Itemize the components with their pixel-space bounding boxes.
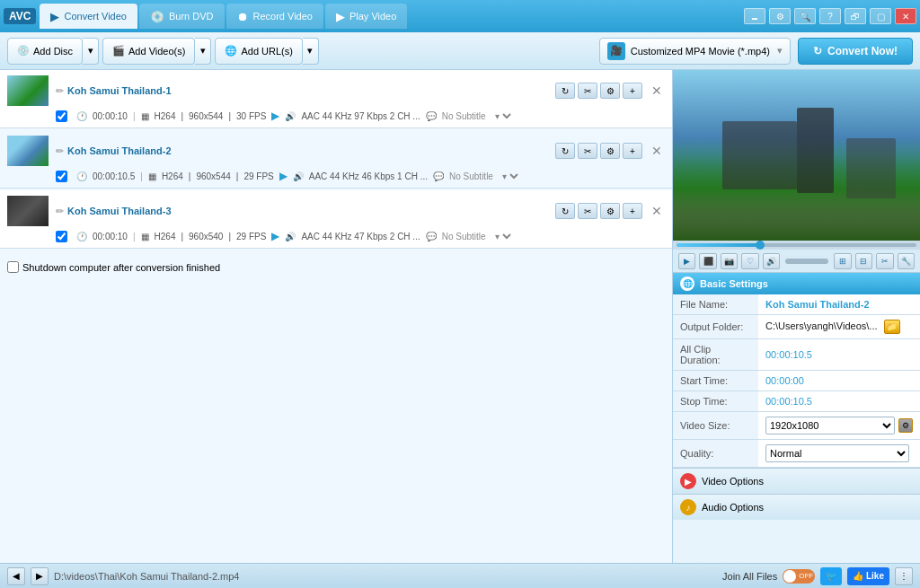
search-icon[interactable]: 🔍 [794, 8, 816, 24]
video-options-header[interactable]: ▶ Video Options [673, 469, 920, 494]
video-options-section: ▶ Video Options [673, 468, 920, 494]
minimize-button[interactable]: 🗕 [744, 8, 765, 24]
edit-icon[interactable]: ✏ [56, 145, 64, 157]
status-bar: ◀ ▶ D:\videos\Thai\Koh Samui Thailand-2.… [0, 563, 920, 588]
video-options-label: Video Options [702, 476, 764, 487]
file-fps: 29 FPS [236, 232, 266, 241]
progress-track[interactable] [677, 243, 916, 247]
file-refresh-button[interactable]: ↻ [555, 83, 575, 99]
file-add-button[interactable]: + [623, 143, 642, 159]
file-checkbox[interactable] [56, 171, 67, 182]
file-name-value[interactable]: Koh Samui Thailand-2 [765, 299, 870, 310]
file-name-link[interactable]: Koh Samui Thailand-2 [67, 145, 555, 156]
prev-button[interactable]: ◀ [7, 567, 25, 585]
restore-button[interactable]: 🗗 [845, 8, 866, 24]
file-close-button[interactable]: ✕ [649, 143, 665, 159]
volume-slider[interactable] [785, 259, 828, 264]
bookmark-button[interactable]: ♡ [741, 253, 758, 269]
edit-icon[interactable]: ✏ [56, 85, 64, 97]
settings-icon[interactable]: ⚙ [769, 8, 791, 24]
subtitle-dropdown[interactable]: ▾ [491, 110, 514, 122]
file-name-link[interactable]: Koh Samui Thailand-3 [67, 206, 555, 216]
help-icon[interactable]: ? [819, 8, 841, 24]
browse-folder-button[interactable]: 📁 [884, 320, 900, 334]
volume-button[interactable]: 🔊 [763, 253, 780, 269]
settings-row-output: Output Folder: C:\Users\yangh\Videos\...… [673, 315, 920, 339]
scissors-button[interactable]: ✂ [876, 253, 893, 269]
file-item-header: ✏ Koh Samui Thailand-1 ↻ ✂ ⚙ + ✕ [7, 75, 665, 106]
clip-duration-value: 00:00:10.5 [765, 349, 812, 360]
screenshot-button[interactable]: 📷 [721, 253, 738, 269]
add-video-dropdown[interactable]: ▾ [195, 38, 211, 65]
add-url-label: Add URL(s) [241, 46, 292, 57]
tab-record[interactable]: ⏺ Record Video [226, 4, 323, 29]
format-selector[interactable]: 🎥 Customized MP4 Movie (*.mp4) ▾ [599, 38, 791, 65]
start-time-value[interactable]: 00:00:00 [765, 375, 804, 386]
file-codec: H264 [162, 171, 183, 181]
file-close-button[interactable]: ✕ [649, 83, 665, 99]
add-disc-dropdown[interactable]: ▾ [83, 38, 99, 65]
file-subtitle: No Subtitle [442, 111, 486, 121]
record-tab-icon: ⏺ [237, 10, 249, 23]
wrench-button[interactable]: 🔧 [898, 253, 915, 269]
audio-options-icon: ♪ [680, 499, 696, 515]
audio-options-header[interactable]: ♪ Audio Options [673, 495, 920, 520]
play-button[interactable]: ▶ [678, 253, 695, 269]
add-url-button[interactable]: 🌐 Add URL(s) [215, 38, 302, 65]
file-checkbox[interactable] [56, 231, 67, 242]
file-refresh-button[interactable]: ↻ [555, 143, 575, 159]
add-disc-button[interactable]: 💿 Add Disc [7, 38, 83, 65]
file-settings-button[interactable]: ⚙ [600, 83, 620, 99]
settings-row-duration: All Clip Duration: 00:00:10.5 [673, 339, 920, 371]
stop-time-value[interactable]: 00:00:10.5 [765, 396, 812, 407]
output-folder-value: C:\Users\yangh\Videos\... [765, 320, 878, 331]
file-cut-button[interactable]: ✂ [578, 143, 597, 159]
file-item-header: ✏ Koh Samui Thailand-2 ↻ ✂ ⚙ + ✕ [7, 136, 665, 166]
file-close-button[interactable]: ✕ [649, 203, 665, 219]
close-button[interactable]: ✕ [895, 8, 916, 24]
file-name-label: File Name: [673, 294, 758, 315]
file-refresh-button[interactable]: ↻ [555, 203, 575, 219]
file-cut-button[interactable]: ✂ [578, 83, 597, 99]
speaker-icon: 🔊 [285, 232, 296, 241]
edit-icon[interactable]: ✏ [56, 206, 64, 217]
add-url-dropdown[interactable]: ▾ [303, 38, 319, 65]
join-toggle[interactable] [783, 569, 815, 584]
zoom-in-button[interactable]: ⊞ [834, 253, 851, 269]
file-cut-button[interactable]: ✂ [578, 203, 597, 219]
next-button[interactable]: ▶ [31, 567, 49, 585]
speaker-icon: 🔊 [285, 111, 296, 121]
file-duration: 00:00:10.5 [93, 171, 135, 181]
subtitle-dropdown[interactable]: ▾ [499, 171, 521, 182]
stop-button[interactable]: ⬛ [699, 253, 716, 269]
video-size-settings-button[interactable]: ⚙ [898, 418, 913, 433]
file-duration: 00:00:10 [93, 111, 128, 121]
file-thumbnail [7, 136, 49, 166]
window-controls: 🗕 ⚙ 🔍 ? 🗗 ▢ ✕ [744, 8, 916, 24]
audio-options-label: Audio Options [702, 502, 764, 513]
shutdown-checkbox[interactable] [7, 261, 19, 273]
quality-select[interactable]: Normal High Low [765, 444, 909, 462]
resolution-icon: ▦ [141, 111, 149, 121]
file-add-button[interactable]: + [623, 83, 642, 99]
file-checkbox[interactable] [56, 110, 67, 122]
twitter-button[interactable]: 🐦 [820, 567, 842, 585]
file-settings-button[interactable]: ⚙ [600, 203, 620, 219]
facebook-button[interactable]: 👍 Like [847, 567, 889, 585]
zoom-out-button[interactable]: ⊟ [855, 253, 872, 269]
file-name-link[interactable]: Koh Samui Thailand-1 [67, 85, 555, 96]
subtitle-dropdown[interactable]: ▾ [491, 231, 514, 242]
tab-convert[interactable]: ▶ Convert Video [40, 4, 137, 29]
join-all-label: Join All Files [722, 571, 777, 582]
video-size-select[interactable]: 1920x1080 [765, 417, 895, 434]
add-video-button[interactable]: 🎬 Add Video(s) [102, 38, 195, 65]
resolution-icon: ▦ [141, 232, 149, 241]
video-options-icon: ▶ [680, 473, 696, 489]
file-add-button[interactable]: + [623, 203, 642, 219]
maximize-button[interactable]: ▢ [870, 8, 891, 24]
file-settings-button[interactable]: ⚙ [600, 143, 620, 159]
more-button[interactable]: ⋮ [895, 567, 913, 585]
tab-burn[interactable]: 💿 Burn DVD [139, 4, 225, 29]
tab-play[interactable]: ▶ Play Video [325, 4, 407, 29]
convert-now-button[interactable]: ↻ Convert Now! [798, 38, 913, 65]
